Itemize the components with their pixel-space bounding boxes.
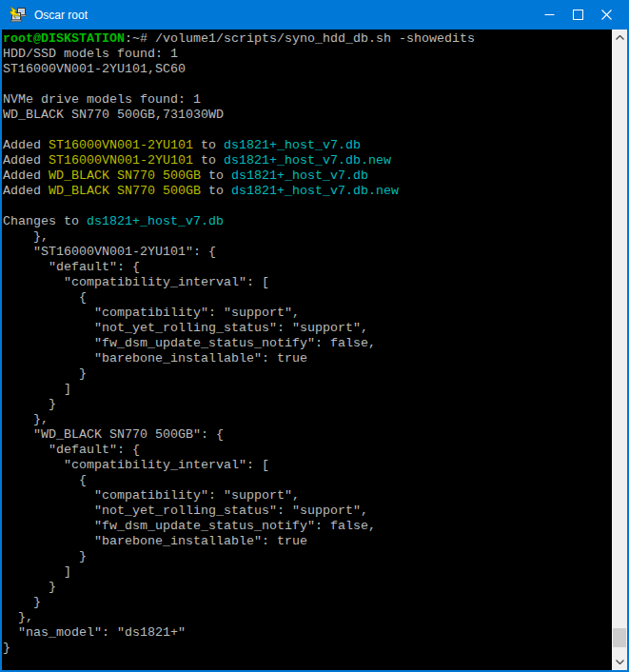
terminal-line: "not_yet_rolling_status": "support", bbox=[3, 321, 475, 336]
close-icon bbox=[601, 10, 612, 20]
terminal-line: } bbox=[3, 595, 475, 610]
terminal-line: "barebone_installable": true bbox=[3, 534, 475, 549]
terminal-line: Added WD_BLACK SN770 500GB to ds1821+_ho… bbox=[3, 184, 475, 199]
maximize-button[interactable] bbox=[563, 0, 592, 30]
terminal-line: { bbox=[3, 290, 475, 306]
terminal-line: "default": { bbox=[3, 443, 475, 458]
chevron-up-icon bbox=[616, 35, 624, 40]
terminal-line: Added ST16000VN001-2YU101 to ds1821+_hos… bbox=[3, 153, 475, 168]
terminal-line: }, bbox=[3, 412, 475, 427]
terminal-line: "ST16000VN001-2YU101": { bbox=[3, 245, 475, 260]
terminal-line: Changes to ds1821+_host_v7.db bbox=[3, 214, 475, 229]
terminal-line: ] bbox=[3, 564, 475, 580]
terminal-line: ] bbox=[3, 382, 475, 397]
terminal-line: "fw_dsm_update_status_notify": false, bbox=[3, 336, 475, 351]
terminal-screen[interactable]: root@DISKSTATION:~# /volume1/scripts/syn… bbox=[2, 30, 627, 670]
terminal-line: root@DISKSTATION:~# /volume1/scripts/syn… bbox=[3, 31, 475, 47]
terminal-line: "compatibility": "support", bbox=[3, 488, 475, 504]
putty-app-icon[interactable] bbox=[9, 6, 28, 25]
terminal-line: "nas_model": "ds1821+" bbox=[3, 625, 475, 641]
putty-window: Oscar root root@DISKSTATION:~# /vol bbox=[0, 0, 629, 672]
terminal-line: "compatibility_interval": [ bbox=[3, 275, 475, 290]
scrollbar-thumb[interactable] bbox=[613, 628, 626, 647]
terminal-line: }, bbox=[3, 610, 475, 625]
window-title: Oscar root bbox=[34, 9, 88, 22]
terminal-line: { bbox=[3, 473, 475, 488]
titlebar[interactable]: Oscar root bbox=[0, 0, 629, 30]
minimize-icon bbox=[544, 10, 555, 20]
maximize-icon bbox=[573, 10, 583, 20]
terminal-line: "fw_dsm_update_status_notify": false, bbox=[3, 519, 475, 534]
terminal-output: root@DISKSTATION:~# /volume1/scripts/syn… bbox=[3, 31, 475, 656]
terminal-line: } bbox=[3, 580, 475, 595]
terminal-scrollbar[interactable] bbox=[612, 30, 627, 670]
terminal-line bbox=[3, 123, 475, 138]
terminal-line: WD_BLACK SN770 500GB,731030WD bbox=[3, 108, 475, 123]
terminal-line: "not_yet_rolling_status": "support", bbox=[3, 504, 475, 519]
terminal-line: "compatibility_interval": [ bbox=[3, 458, 475, 473]
terminal-line: NVMe drive models found: 1 bbox=[3, 92, 475, 108]
terminal-line: "default": { bbox=[3, 260, 475, 275]
terminal-line bbox=[3, 199, 475, 214]
chevron-down-icon bbox=[616, 660, 624, 664]
scroll-up-button[interactable] bbox=[612, 30, 627, 46]
terminal-line: Added ST16000VN001-2YU101 to ds1821+_hos… bbox=[3, 138, 475, 153]
terminal-line: HDD/SSD models found: 1 bbox=[3, 47, 475, 62]
terminal-line: "WD_BLACK SN770 500GB": { bbox=[3, 427, 475, 443]
close-button[interactable] bbox=[592, 0, 620, 30]
minimize-button[interactable] bbox=[535, 0, 563, 30]
scroll-down-button[interactable] bbox=[612, 654, 627, 670]
terminal-line bbox=[3, 77, 475, 92]
terminal-line: } bbox=[3, 397, 475, 412]
terminal-line: "compatibility": "support", bbox=[3, 306, 475, 321]
terminal-line: ST16000VN001-2YU101,SC60 bbox=[3, 62, 475, 77]
terminal-line: }, bbox=[3, 229, 475, 245]
caption-buttons bbox=[535, 0, 620, 30]
terminal-line: Added WD_BLACK SN770 500GB to ds1821+_ho… bbox=[3, 168, 475, 184]
terminal-line: "barebone_installable": true bbox=[3, 351, 475, 366]
terminal-line: } bbox=[3, 641, 475, 656]
terminal-line: } bbox=[3, 549, 475, 564]
terminal-line: } bbox=[3, 366, 475, 382]
